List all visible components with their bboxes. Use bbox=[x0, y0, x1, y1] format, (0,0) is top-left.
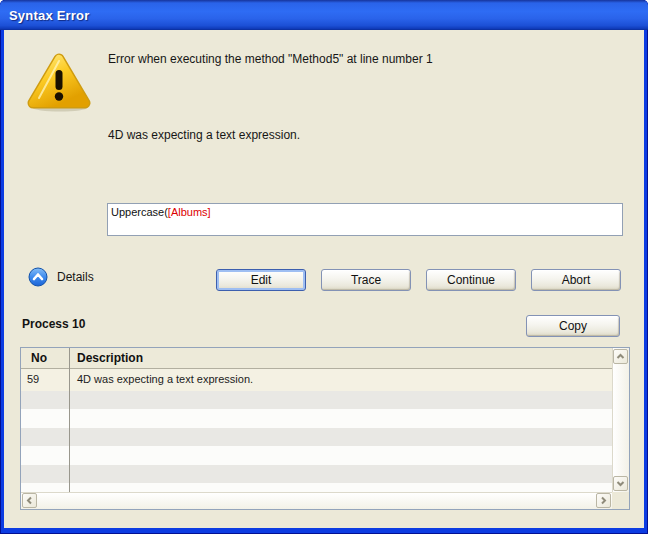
chevron-up-icon bbox=[616, 352, 625, 361]
continue-button[interactable]: Continue bbox=[426, 269, 516, 291]
scroll-up-button[interactable] bbox=[613, 349, 628, 364]
horizontal-scrollbar[interactable] bbox=[21, 492, 612, 509]
expression-field[interactable]: Uppercase([Albums] bbox=[107, 203, 623, 236]
trace-button[interactable]: Trace bbox=[321, 269, 411, 291]
column-divider[interactable] bbox=[69, 348, 70, 492]
scroll-down-button[interactable] bbox=[613, 476, 628, 491]
copy-button[interactable]: Copy bbox=[526, 315, 620, 337]
chevron-up-circle-icon[interactable] bbox=[28, 267, 48, 287]
table-header-row: No Description bbox=[21, 348, 612, 369]
column-header-no[interactable]: No bbox=[31, 351, 47, 365]
syntax-error-dialog: Syntax Error Error when executing the me… bbox=[0, 0, 648, 534]
empty-rows-area bbox=[21, 391, 612, 492]
scroll-right-button[interactable] bbox=[596, 493, 611, 508]
column-header-description[interactable]: Description bbox=[77, 351, 143, 365]
cell-error-number: 59 bbox=[27, 373, 39, 385]
error-description-line: 4D was expecting a text expression. bbox=[108, 128, 300, 142]
chevron-right-icon bbox=[599, 496, 608, 505]
details-label: Details bbox=[57, 270, 94, 284]
chevron-left-icon bbox=[25, 496, 34, 505]
expression-text: Uppercase( bbox=[111, 206, 168, 218]
process-label: Process 10 bbox=[22, 317, 85, 331]
error-table: No Description 59 4D was expecting a tex… bbox=[20, 347, 630, 510]
chevron-down-icon bbox=[616, 479, 625, 488]
warning-triangle-icon bbox=[26, 50, 92, 114]
scrollbar-corner bbox=[612, 492, 629, 509]
cell-error-description: 4D was expecting a text expression. bbox=[77, 373, 253, 385]
edit-button[interactable]: Edit bbox=[216, 269, 306, 291]
expression-error-token: [Albums] bbox=[168, 206, 211, 218]
window-title: Syntax Error bbox=[0, 8, 89, 23]
table-row[interactable]: 59 4D was expecting a text expression. bbox=[21, 369, 612, 391]
title-bar[interactable]: Syntax Error bbox=[0, 0, 648, 30]
dialog-body: Error when executing the method "Method5… bbox=[4, 30, 644, 528]
details-toggle[interactable]: Details bbox=[28, 267, 94, 287]
abort-button[interactable]: Abort bbox=[531, 269, 621, 291]
scroll-left-button[interactable] bbox=[22, 493, 37, 508]
vertical-scrollbar[interactable] bbox=[612, 348, 629, 492]
error-message-line: Error when executing the method "Method5… bbox=[108, 52, 433, 66]
